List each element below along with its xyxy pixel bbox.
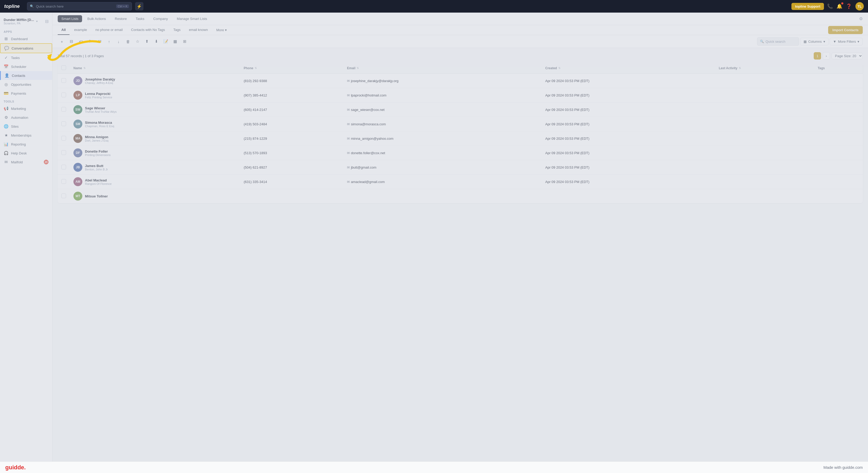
sidebar-item-opportunities[interactable]: ◎ Opportunities xyxy=(0,80,52,89)
add-contact-button[interactable]: + xyxy=(58,37,66,45)
sidebar-item-payments[interactable]: 💳 Payments xyxy=(0,89,52,98)
row-select-checkbox[interactable] xyxy=(61,107,66,112)
support-button[interactable]: topline Support xyxy=(792,3,824,10)
row-checkbox[interactable] xyxy=(58,160,70,175)
row-select-checkbox[interactable] xyxy=(61,193,66,198)
user-avatar[interactable]: TL xyxy=(856,2,864,10)
row-name[interactable]: MT Mitsue Tollner xyxy=(70,189,240,203)
row-checkbox[interactable] xyxy=(58,175,70,189)
tag-button[interactable]: 🏷 xyxy=(76,37,85,45)
bell-icon[interactable]: 🔔 xyxy=(837,3,842,9)
tab-manage-smart-lists[interactable]: Manage Smart Lists xyxy=(173,15,211,22)
sidebar-item-sites[interactable]: 🌐 Sites xyxy=(0,122,52,131)
row-name[interactable]: MA Minna Amigon Dorl, James J Esq xyxy=(70,131,240,146)
columns-button[interactable]: ▦ Columns ▾ xyxy=(800,38,828,45)
sidebar-item-memberships[interactable]: ★ Memberships xyxy=(0,131,52,140)
filter-button[interactable]: ⊟ xyxy=(67,37,75,45)
delete-button[interactable]: 🗑 xyxy=(124,37,132,45)
sidebar-item-contacts[interactable]: 👤 Contacts xyxy=(0,71,52,80)
lightning-button[interactable]: ⚡ xyxy=(135,2,144,10)
th-phone[interactable]: Phone ⇅ xyxy=(240,63,343,74)
row-name[interactable]: SW Sage Wieser Truhlar And Truhlar Attys xyxy=(70,102,240,117)
row-checkbox[interactable] xyxy=(58,88,70,102)
tab-restore[interactable]: Restore xyxy=(111,15,131,22)
columns-view-button[interactable]: ▦ xyxy=(171,37,179,45)
email-button[interactable]: ✉ xyxy=(95,37,104,45)
th-last-activity[interactable]: Last Activity ⇅ xyxy=(715,63,814,74)
row-select-checkbox[interactable] xyxy=(61,78,66,83)
filter-tab-email-known[interactable]: email known xyxy=(185,25,211,35)
sidebar-item-conversations[interactable]: 💬 Conversations xyxy=(0,43,52,53)
row-checkbox[interactable] xyxy=(58,131,70,146)
row-select-checkbox[interactable] xyxy=(61,121,66,126)
filter-tab-more[interactable]: More ▾ xyxy=(213,25,231,35)
row-select-checkbox[interactable] xyxy=(61,93,66,97)
sidebar-item-tasks[interactable]: ✓ Tasks xyxy=(0,53,52,62)
page-next-button[interactable]: › xyxy=(823,52,830,60)
row-name[interactable]: AM Abel Maclead Rangoni Of Florence xyxy=(70,175,240,189)
export-button[interactable]: ⬆ xyxy=(143,37,151,45)
note-button[interactable]: 📝 xyxy=(161,37,170,45)
th-name[interactable]: Name ⇅ xyxy=(70,63,240,74)
row-checkbox[interactable] xyxy=(58,189,70,203)
th-checkbox[interactable] xyxy=(58,63,70,74)
sidebar-item-automation[interactable]: ⚙ Automation xyxy=(0,113,52,122)
table-row[interactable]: JB James Butt Benton, John B Jr (504) 62… xyxy=(58,160,863,175)
page-1-button[interactable]: 1 xyxy=(814,52,821,60)
sidebar-item-reporting[interactable]: 📊 Reporting xyxy=(0,140,52,149)
workspace-switcher[interactable]: Dunder Mifflin [D... Scranton, PA ▾ ⊟ xyxy=(0,16,52,28)
filter-tab-contacts-no-tags[interactable]: Contacts with No Tags xyxy=(127,25,168,35)
download-button[interactable]: ↓ xyxy=(114,37,123,45)
sidebar-item-helpdesk[interactable]: 🎧 Help Desk xyxy=(0,149,52,158)
row-select-checkbox[interactable] xyxy=(61,179,66,184)
upload-button[interactable]: ↑ xyxy=(105,37,113,45)
row-name[interactable]: LP Lenna Paprocki Feltz Printing Service xyxy=(70,88,240,102)
row-name[interactable]: JB James Butt Benton, John B Jr xyxy=(70,160,240,175)
more-filters-button[interactable]: ▼ More Filters ▾ xyxy=(830,38,863,45)
phone-icon[interactable]: 📞 xyxy=(827,3,833,9)
import-button[interactable]: ⬇ xyxy=(152,37,160,45)
row-name[interactable]: JD Josephine Darakjy Chanay, Jeffrey A E… xyxy=(70,74,240,88)
sidebar-item-scheduler[interactable]: 📅 Scheduler xyxy=(0,62,52,71)
select-all-checkbox[interactable] xyxy=(61,65,66,70)
row-checkbox[interactable] xyxy=(58,117,70,131)
table-row[interactable]: SW Sage Wieser Truhlar And Truhlar Attys… xyxy=(58,102,863,117)
page-size-select[interactable]: Page Size: 20 xyxy=(832,53,863,59)
th-email[interactable]: Email ⇅ xyxy=(343,63,541,74)
table-row[interactable]: JD Josephine Darakjy Chanay, Jeffrey A E… xyxy=(58,74,863,88)
th-created[interactable]: Created ⇅ xyxy=(541,63,715,74)
tab-smart-lists[interactable]: Smart Lists xyxy=(58,15,82,22)
row-checkbox[interactable] xyxy=(58,74,70,88)
filter-tab-tags[interactable]: Tags xyxy=(170,25,184,35)
sidebar-item-dashboard[interactable]: ⊞ Dashboard xyxy=(0,34,52,43)
table-row[interactable]: LP Lenna Paprocki Feltz Printing Service… xyxy=(58,88,863,102)
sidebar-collapse-icon[interactable]: ⊟ xyxy=(45,19,49,24)
table-search[interactable]: 🔍 Quick search xyxy=(757,37,799,45)
table-row[interactable]: MA Minna Amigon Dorl, James J Esq (215) … xyxy=(58,131,863,146)
table-row[interactable]: SM Simona Morasca Chapman, Ross E Esq (4… xyxy=(58,117,863,131)
settings-gear-icon[interactable]: ⚙ xyxy=(859,16,863,21)
filter-tab-no-phone-email[interactable]: no phone or email xyxy=(92,25,126,35)
row-select-checkbox[interactable] xyxy=(61,165,66,169)
merge-button[interactable]: ⊞ xyxy=(180,37,189,45)
table-row[interactable]: MT Mitsue Tollner xyxy=(58,189,863,203)
sidebar-item-marketing[interactable]: 📢 Marketing xyxy=(0,104,52,113)
table-row[interactable]: DF Donette Foller Printing Dimensions (5… xyxy=(58,146,863,160)
row-checkbox[interactable] xyxy=(58,146,70,160)
row-checkbox[interactable] xyxy=(58,102,70,117)
flag-button[interactable]: ⚑ xyxy=(86,37,94,45)
tab-bulk-actions[interactable]: Bulk Actions xyxy=(84,15,110,22)
global-search-bar[interactable]: 🔍 Quick search here Ctrl + K xyxy=(27,2,132,10)
help-icon[interactable]: ❓ xyxy=(846,3,852,9)
star-button[interactable]: ☆ xyxy=(133,37,142,45)
row-name[interactable]: SM Simona Morasca Chapman, Ross E Esq xyxy=(70,117,240,131)
sidebar-item-mailfold[interactable]: ✉ Mailfold 20 xyxy=(0,158,52,166)
tab-company[interactable]: Company xyxy=(150,15,172,22)
import-contacts-button[interactable]: Import Contacts xyxy=(828,26,863,34)
filter-tab-all[interactable]: All xyxy=(58,25,69,35)
table-row[interactable]: AM Abel Maclead Rangoni Of Florence (631… xyxy=(58,175,863,189)
row-name[interactable]: DF Donette Foller Printing Dimensions xyxy=(70,146,240,160)
row-select-checkbox[interactable] xyxy=(61,136,66,140)
row-select-checkbox[interactable] xyxy=(61,150,66,155)
tab-tasks[interactable]: Tasks xyxy=(132,15,148,22)
